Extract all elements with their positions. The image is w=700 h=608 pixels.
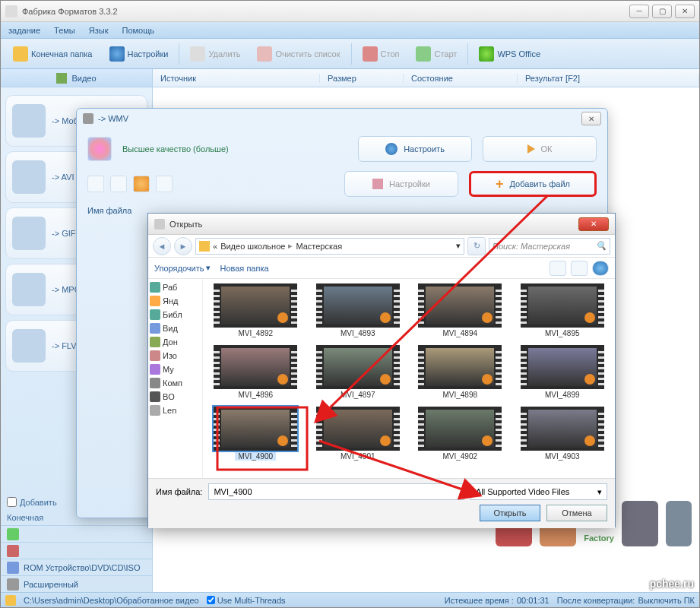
toolbar: Конечная папка Настройки Удалить Очистит… <box>1 39 699 69</box>
nav-forward-button[interactable]: ► <box>174 237 192 255</box>
output-folder-button[interactable]: Конечная папка <box>7 43 99 65</box>
file-item[interactable]: MVI_4899 <box>515 345 611 399</box>
refresh-button[interactable]: ↻ <box>467 237 486 255</box>
wmv-settings-button[interactable]: Настройки <box>344 171 458 197</box>
titlebar: Фабрика Форматов 3.3.2 ─ ▢ ✕ <box>1 1 699 22</box>
wmv-title: -> WMV <box>98 114 581 123</box>
wmv-icon <box>83 113 93 124</box>
stop-button[interactable]: Стоп <box>356 43 406 65</box>
place-item[interactable]: Библ <box>150 309 201 320</box>
ok-button[interactable]: ОК <box>483 136 597 162</box>
menu-task[interactable]: задание <box>8 26 40 35</box>
place-item[interactable]: Му <box>150 364 201 375</box>
search-input[interactable]: Поиск: Мастерская 🔍 <box>489 238 610 255</box>
open-dialog: Открыть ✕ ◄ ► « Видео школьное▸ Мастерск… <box>147 213 616 527</box>
folder-icon <box>199 241 210 252</box>
clear-button[interactable]: Очистить список <box>251 43 346 65</box>
filename-input[interactable] <box>208 483 464 500</box>
file-item[interactable]: MVI_4900 <box>207 407 304 461</box>
wmv-close-button[interactable]: ✕ <box>581 112 601 125</box>
menu-themes[interactable]: Темы <box>54 26 75 35</box>
multithread-label: Use Multi-Threads <box>217 596 286 605</box>
status-bar: C:\Users\admin\Desktop\Обработанное виде… <box>1 592 699 607</box>
quality-label[interactable]: Высшее качество (больше) <box>122 144 347 154</box>
file-item[interactable]: MVI_4896 <box>207 345 304 399</box>
maximize-button[interactable]: ▢ <box>652 5 672 18</box>
wps-button[interactable]: WPS Office <box>473 43 546 65</box>
place-item[interactable]: Вид <box>150 323 201 334</box>
nav-back-button[interactable]: ◄ <box>153 237 171 255</box>
list-columns: Источник Размер Состояние Результат [F2] <box>153 69 699 87</box>
stripe-advanced[interactable]: Расширенный <box>1 575 152 592</box>
open-dialog-close-button[interactable]: ✕ <box>578 217 609 231</box>
file-list[interactable]: MVI_4892MVI_4893MVI_4894MVI_4895MVI_4896… <box>203 279 615 478</box>
tool-icon-2[interactable] <box>110 176 127 192</box>
app-title: Фабрика Форматов 3.3.2 <box>22 7 629 16</box>
view-details-button[interactable] <box>571 261 588 276</box>
wmv-format-icon <box>87 137 112 161</box>
file-item[interactable]: MVI_4895 <box>515 283 611 337</box>
search-icon: 🔍 <box>596 241 607 251</box>
file-item[interactable]: MVI_4902 <box>412 407 508 461</box>
col-state[interactable]: Состояние <box>404 74 518 83</box>
new-folder-button[interactable]: Новая папка <box>220 264 268 273</box>
stripe-rom[interactable]: ROM Устройство\DVD\CD\ISO <box>1 559 152 575</box>
filename-col-label: Имя файла <box>87 206 131 215</box>
filter-combo[interactable]: All Supported Video Files▾ <box>470 483 607 500</box>
stripe-image[interactable] <box>1 542 152 559</box>
file-item[interactable]: MVI_4893 <box>310 283 407 337</box>
open-button[interactable]: Открыть <box>480 505 540 521</box>
configure-button[interactable]: Настроить <box>358 136 472 162</box>
file-item[interactable]: MVI_4903 <box>515 407 611 461</box>
add-checkbox-label: Добавить <box>20 498 57 507</box>
add-checkbox[interactable] <box>7 497 17 507</box>
col-size[interactable]: Размер <box>320 74 404 83</box>
delete-button[interactable]: Удалить <box>184 43 246 65</box>
col-source[interactable]: Источник <box>153 74 320 83</box>
file-item[interactable]: MVI_4897 <box>310 345 407 399</box>
place-item[interactable]: Комп <box>150 378 201 388</box>
place-item[interactable]: Дон <box>150 337 201 347</box>
file-item[interactable]: MVI_4901 <box>310 407 407 461</box>
breadcrumb[interactable]: « Видео школьное▸ Мастерская ▾ <box>195 238 464 255</box>
organize-dropdown[interactable]: Упорядочить▾ <box>154 263 211 273</box>
view-mode-button[interactable] <box>550 261 566 276</box>
app-icon <box>5 5 17 17</box>
menubar: задание Темы Язык Помощь <box>1 22 699 39</box>
add-file-button[interactable]: +Добавить файл <box>469 171 597 197</box>
tool-icon-1[interactable] <box>87 176 104 192</box>
watermark: pchee.ru <box>650 578 694 590</box>
place-item[interactable]: Len <box>150 405 201 416</box>
file-item[interactable]: MVI_4898 <box>412 345 508 399</box>
tool-icon-4[interactable] <box>156 176 173 192</box>
menu-language[interactable]: Язык <box>89 26 109 35</box>
file-item[interactable]: MVI_4894 <box>412 283 508 337</box>
filename-label: Имя файла: <box>156 487 202 496</box>
open-dialog-title: Открыть <box>169 220 578 229</box>
settings-button[interactable]: Настройки <box>103 43 175 65</box>
help-icon[interactable] <box>592 261 609 276</box>
place-item[interactable]: Изо <box>150 350 201 361</box>
output-path[interactable]: C:\Users\admin\Desktop\Обработанное виде… <box>24 596 199 605</box>
cancel-button[interactable]: Отмена <box>546 505 607 521</box>
start-button[interactable]: Старт <box>410 43 463 65</box>
folder-icon <box>5 595 16 606</box>
place-item[interactable]: Раб <box>150 282 201 293</box>
place-item[interactable]: BO <box>150 391 201 402</box>
file-item[interactable]: MVI_4892 <box>207 283 304 337</box>
sidebar-header[interactable]: Видео <box>1 69 152 87</box>
places-panel: РабЯндБиблВидДонИзоМуКомпBOLen <box>148 279 203 478</box>
stripe-audio[interactable] <box>1 525 152 542</box>
menu-help[interactable]: Помощь <box>122 26 154 35</box>
multithread-checkbox[interactable] <box>207 596 215 604</box>
col-result[interactable]: Результат [F2] <box>518 74 699 83</box>
tool-icon-3[interactable] <box>133 176 150 192</box>
close-button[interactable]: ✕ <box>675 5 695 18</box>
place-item[interactable]: Янд <box>150 296 201 306</box>
open-dialog-icon <box>154 219 165 230</box>
minimize-button[interactable]: ─ <box>629 5 649 18</box>
